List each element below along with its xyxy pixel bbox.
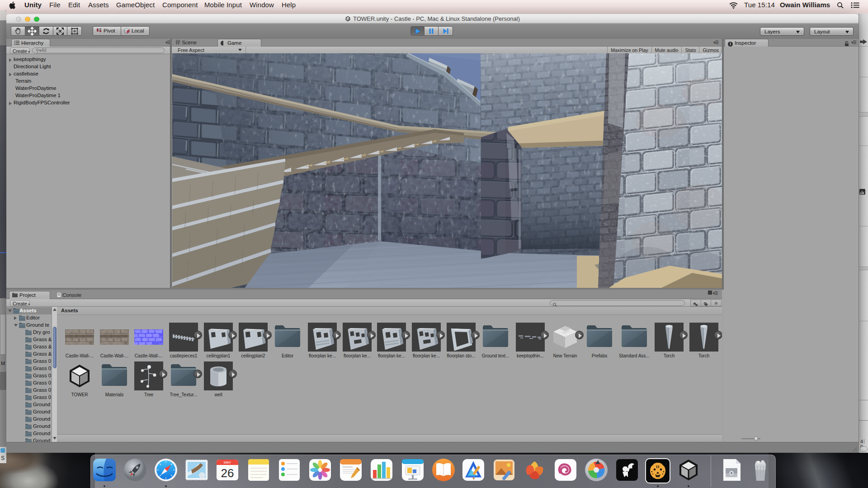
svg-text:MAY: MAY bbox=[224, 460, 231, 465]
svg-text:26: 26 bbox=[221, 466, 234, 480]
